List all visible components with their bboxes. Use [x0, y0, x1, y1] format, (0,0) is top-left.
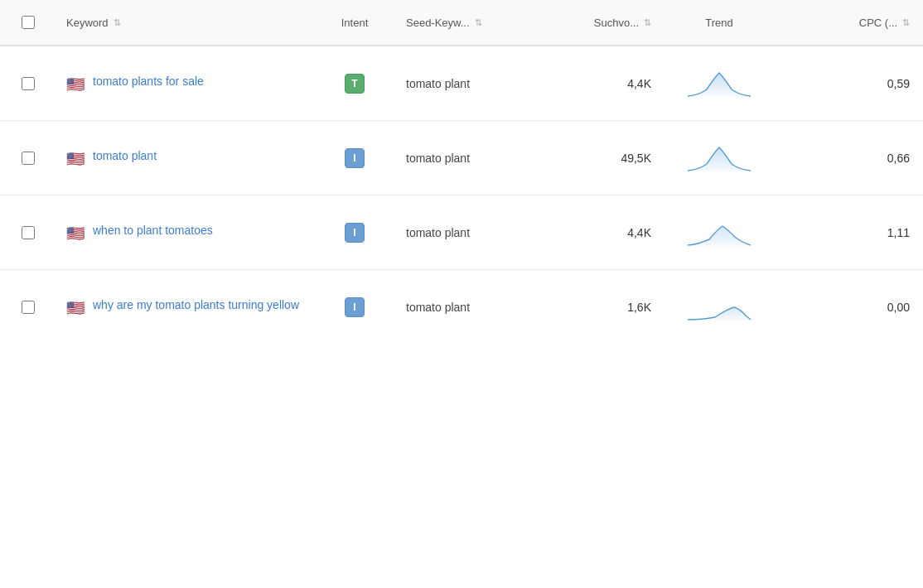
row-keyword-col: 🇺🇸 tomato plant [56, 148, 313, 168]
table-row: 🇺🇸 why are my tomato plants turning yell… [0, 270, 923, 345]
row-trend-col [661, 143, 777, 173]
cpc-value: 0,66 [887, 152, 910, 165]
seed-header-label: Seed-Keyw... [406, 17, 470, 29]
row-checkbox-col [0, 77, 56, 90]
row-keyword-col: 🇺🇸 when to plant tomatoes [56, 223, 313, 243]
seed-keyword-value: tomato plant [406, 77, 470, 90]
row-seed-col: tomato plant [396, 226, 545, 239]
intent-badge: I [345, 223, 365, 243]
table-row: 🇺🇸 tomato plant I tomato plant 49,5K 0 [0, 121, 923, 195]
row-cpc-col: 0,66 [777, 152, 923, 165]
header-trend: Trend [661, 17, 777, 29]
flag-icon: 🇺🇸 [66, 299, 85, 317]
flag-icon: 🇺🇸 [66, 224, 85, 243]
search-volume-value: 4,4K [627, 226, 651, 239]
keyword-link[interactable]: tomato plants for sale [93, 74, 204, 90]
row-search-vol-col: 1,6K [545, 301, 661, 314]
row-select-checkbox[interactable] [22, 226, 35, 239]
flag-icon: 🇺🇸 [66, 75, 85, 94]
intent-header-cell: Intent [323, 17, 386, 29]
keyword-link[interactable]: tomato plant [93, 148, 157, 165]
keyword-table: Keyword ⇅ Intent Seed-Keyw... ⇅ Suchvo..… [0, 0, 923, 588]
row-search-vol-col: 4,4K [545, 77, 661, 90]
row-select-checkbox[interactable] [22, 152, 35, 165]
search-volume-value: 1,6K [627, 301, 651, 314]
select-all-checkbox[interactable] [22, 16, 35, 29]
cpc-value: 1,11 [887, 226, 910, 239]
intent-header-label: Intent [341, 17, 369, 29]
searchvol-header-cell: Suchvo... ⇅ [555, 17, 651, 29]
header-checkbox-col [0, 16, 56, 29]
cpc-header-label: CPC (... [859, 17, 897, 29]
row-trend-col [661, 69, 777, 99]
search-volume-value: 4,4K [627, 77, 651, 90]
row-intent-col: I [313, 148, 396, 168]
intent-badge: I [345, 148, 365, 168]
searchvol-filter-icon[interactable]: ⇅ [644, 17, 651, 28]
seed-keyword-value: tomato plant [406, 301, 470, 314]
row-checkbox-col [0, 226, 56, 239]
row-intent-col: T [313, 74, 396, 94]
trend-header-label: Trend [705, 17, 732, 29]
seed-keyword-value: tomato plant [406, 152, 470, 165]
row-checkbox-col [0, 301, 56, 314]
keyword-header-label: Keyword [66, 17, 109, 29]
row-keyword-col: 🇺🇸 why are my tomato plants turning yell… [56, 297, 313, 317]
search-volume-value: 49,5K [621, 152, 651, 165]
row-cpc-col: 1,11 [777, 226, 923, 239]
header-search-vol: Suchvo... ⇅ [545, 17, 661, 29]
seed-header-cell: Seed-Keyw... ⇅ [406, 17, 535, 29]
header-seed: Seed-Keyw... ⇅ [396, 17, 545, 29]
cpc-header-cell: CPC (... ⇅ [790, 17, 910, 29]
row-cpc-col: 0,00 [777, 301, 923, 314]
header-keyword: Keyword ⇅ [56, 17, 313, 29]
row-seed-col: tomato plant [396, 152, 545, 165]
row-seed-col: tomato plant [396, 77, 545, 90]
seed-filter-icon[interactable]: ⇅ [475, 17, 482, 28]
row-seed-col: tomato plant [396, 301, 545, 314]
table-header: Keyword ⇅ Intent Seed-Keyw... ⇅ Suchvo..… [0, 0, 923, 46]
keyword-link[interactable]: when to plant tomatoes [93, 223, 213, 239]
row-keyword-col: 🇺🇸 tomato plants for sale [56, 74, 313, 94]
row-checkbox-col [0, 152, 56, 165]
table-row: 🇺🇸 tomato plants for sale T tomato plant… [0, 46, 923, 121]
row-trend-col [661, 218, 777, 248]
row-select-checkbox[interactable] [22, 77, 35, 90]
cpc-value: 0,00 [887, 301, 910, 314]
flag-icon: 🇺🇸 [66, 150, 85, 168]
keyword-filter-icon[interactable]: ⇅ [114, 17, 121, 28]
seed-keyword-value: tomato plant [406, 226, 470, 239]
intent-badge: I [345, 297, 365, 317]
cpc-filter-icon[interactable]: ⇅ [902, 17, 910, 28]
table-row: 🇺🇸 when to plant tomatoes I tomato plant… [0, 195, 923, 270]
keyword-header-cell: Keyword ⇅ [66, 17, 303, 29]
cpc-value: 0,59 [887, 77, 910, 90]
row-search-vol-col: 4,4K [545, 226, 661, 239]
trend-header-cell: Trend [671, 17, 767, 29]
row-search-vol-col: 49,5K [545, 152, 661, 165]
header-cpc: CPC (... ⇅ [777, 17, 923, 29]
row-intent-col: I [313, 297, 396, 317]
row-cpc-col: 0,59 [777, 77, 923, 90]
header-intent: Intent [313, 17, 396, 29]
row-intent-col: I [313, 223, 396, 243]
keyword-link[interactable]: why are my tomato plants turning yellow [93, 297, 299, 314]
row-select-checkbox[interactable] [22, 301, 35, 314]
table-body: 🇺🇸 tomato plants for sale T tomato plant… [0, 46, 923, 345]
intent-badge: T [345, 74, 365, 94]
searchvol-header-label: Suchvo... [594, 17, 639, 29]
row-trend-col [661, 292, 777, 322]
